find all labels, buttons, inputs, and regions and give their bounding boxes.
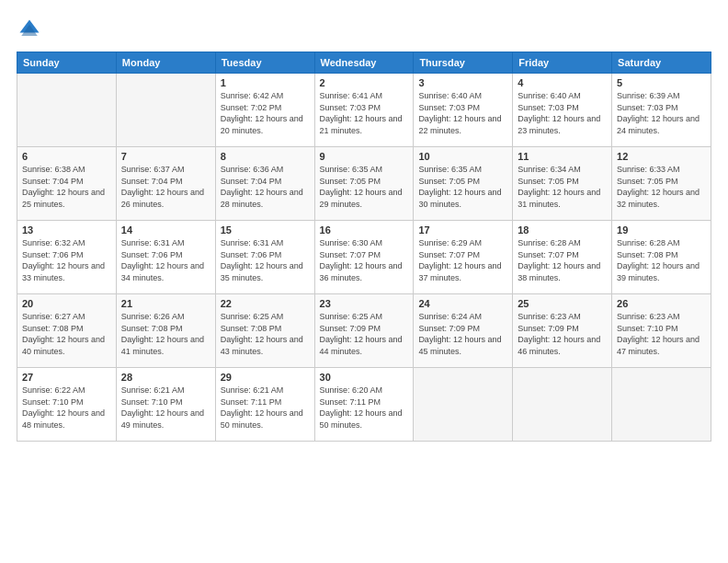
day-info: Sunrise: 6:23 AMSunset: 7:10 PMDaylight:… bbox=[617, 311, 706, 357]
day-info: Sunrise: 6:26 AMSunset: 7:08 PMDaylight:… bbox=[121, 311, 210, 357]
day-info: Sunrise: 6:41 AMSunset: 7:03 PMDaylight:… bbox=[320, 90, 409, 136]
day-cell: 1Sunrise: 6:42 AMSunset: 7:02 PMDaylight… bbox=[215, 74, 314, 147]
day-number: 2 bbox=[320, 77, 409, 88]
day-number: 24 bbox=[418, 298, 507, 309]
day-info: Sunrise: 6:34 AMSunset: 7:05 PMDaylight:… bbox=[518, 164, 607, 210]
day-cell: 2Sunrise: 6:41 AMSunset: 7:03 PMDaylight… bbox=[314, 74, 414, 147]
day-cell: 19Sunrise: 6:28 AMSunset: 7:08 PMDayligh… bbox=[612, 221, 711, 294]
day-cell: 8Sunrise: 6:36 AMSunset: 7:04 PMDaylight… bbox=[215, 147, 314, 221]
day-number: 27 bbox=[22, 372, 111, 383]
day-number: 19 bbox=[617, 224, 706, 236]
day-number: 29 bbox=[221, 372, 310, 383]
day-cell: 28Sunrise: 6:21 AMSunset: 7:10 PMDayligh… bbox=[116, 368, 215, 442]
day-cell: 13Sunrise: 6:32 AMSunset: 7:06 PMDayligh… bbox=[17, 221, 117, 294]
day-info: Sunrise: 6:40 AMSunset: 7:03 PMDaylight:… bbox=[418, 90, 507, 136]
week-row-2: 13Sunrise: 6:32 AMSunset: 7:06 PMDayligh… bbox=[17, 221, 711, 294]
day-info: Sunrise: 6:36 AMSunset: 7:04 PMDaylight:… bbox=[221, 164, 310, 210]
day-cell: 22Sunrise: 6:25 AMSunset: 7:08 PMDayligh… bbox=[215, 294, 314, 368]
week-row-3: 20Sunrise: 6:27 AMSunset: 7:08 PMDayligh… bbox=[17, 294, 711, 368]
day-cell: 10Sunrise: 6:35 AMSunset: 7:05 PMDayligh… bbox=[414, 147, 513, 221]
day-number: 20 bbox=[22, 298, 111, 309]
day-number: 30 bbox=[320, 372, 409, 383]
day-info: Sunrise: 6:28 AMSunset: 7:08 PMDaylight:… bbox=[617, 237, 706, 283]
day-cell: 30Sunrise: 6:20 AMSunset: 7:11 PMDayligh… bbox=[314, 368, 414, 442]
day-number: 13 bbox=[22, 224, 111, 236]
day-number: 22 bbox=[221, 298, 310, 309]
day-info: Sunrise: 6:37 AMSunset: 7:04 PMDaylight:… bbox=[121, 164, 210, 210]
day-info: Sunrise: 6:32 AMSunset: 7:06 PMDaylight:… bbox=[22, 237, 111, 283]
week-row-0: 1Sunrise: 6:42 AMSunset: 7:02 PMDaylight… bbox=[17, 74, 711, 147]
day-info: Sunrise: 6:39 AMSunset: 7:03 PMDaylight:… bbox=[617, 90, 706, 136]
day-info: Sunrise: 6:31 AMSunset: 7:06 PMDaylight:… bbox=[221, 237, 310, 283]
day-cell: 25Sunrise: 6:23 AMSunset: 7:09 PMDayligh… bbox=[513, 294, 612, 368]
weekday-row: SundayMondayTuesdayWednesdayThursdayFrid… bbox=[17, 52, 711, 74]
weekday-header-saturday: Saturday bbox=[612, 52, 711, 74]
day-info: Sunrise: 6:33 AMSunset: 7:05 PMDaylight:… bbox=[617, 164, 706, 210]
day-number: 8 bbox=[221, 151, 310, 162]
day-number: 10 bbox=[418, 151, 507, 162]
day-info: Sunrise: 6:35 AMSunset: 7:05 PMDaylight:… bbox=[418, 164, 507, 210]
day-cell: 16Sunrise: 6:30 AMSunset: 7:07 PMDayligh… bbox=[314, 221, 414, 294]
weekday-header-tuesday: Tuesday bbox=[215, 52, 314, 74]
weekday-header-friday: Friday bbox=[513, 52, 612, 74]
day-number: 12 bbox=[617, 151, 706, 162]
day-info: Sunrise: 6:21 AMSunset: 7:10 PMDaylight:… bbox=[121, 385, 210, 431]
day-info: Sunrise: 6:31 AMSunset: 7:06 PMDaylight:… bbox=[121, 237, 210, 283]
calendar-body: 1Sunrise: 6:42 AMSunset: 7:02 PMDaylight… bbox=[17, 74, 711, 442]
day-number: 5 bbox=[617, 77, 706, 88]
weekday-header-wednesday: Wednesday bbox=[314, 52, 414, 74]
page: SundayMondayTuesdayWednesdayThursdayFrid… bbox=[0, 0, 728, 563]
day-cell bbox=[612, 368, 711, 442]
day-number: 15 bbox=[221, 224, 310, 236]
day-cell: 5Sunrise: 6:39 AMSunset: 7:03 PMDaylight… bbox=[612, 74, 711, 147]
header bbox=[17, 17, 711, 42]
day-number: 1 bbox=[221, 77, 310, 88]
day-number: 4 bbox=[518, 77, 607, 88]
logo bbox=[17, 17, 46, 42]
day-info: Sunrise: 6:25 AMSunset: 7:09 PMDaylight:… bbox=[320, 311, 409, 357]
day-cell: 23Sunrise: 6:25 AMSunset: 7:09 PMDayligh… bbox=[314, 294, 414, 368]
day-cell: 21Sunrise: 6:26 AMSunset: 7:08 PMDayligh… bbox=[116, 294, 215, 368]
day-cell: 14Sunrise: 6:31 AMSunset: 7:06 PMDayligh… bbox=[116, 221, 215, 294]
week-row-1: 6Sunrise: 6:38 AMSunset: 7:04 PMDaylight… bbox=[17, 147, 711, 221]
day-cell: 6Sunrise: 6:38 AMSunset: 7:04 PMDaylight… bbox=[17, 147, 117, 221]
day-info: Sunrise: 6:40 AMSunset: 7:03 PMDaylight:… bbox=[518, 90, 607, 136]
day-number: 14 bbox=[121, 224, 210, 236]
day-number: 17 bbox=[418, 224, 507, 236]
day-info: Sunrise: 6:23 AMSunset: 7:09 PMDaylight:… bbox=[518, 311, 607, 357]
day-number: 9 bbox=[320, 151, 409, 162]
day-info: Sunrise: 6:30 AMSunset: 7:07 PMDaylight:… bbox=[320, 237, 409, 283]
day-number: 3 bbox=[418, 77, 507, 88]
day-info: Sunrise: 6:21 AMSunset: 7:11 PMDaylight:… bbox=[221, 385, 310, 431]
day-cell: 27Sunrise: 6:22 AMSunset: 7:10 PMDayligh… bbox=[17, 368, 117, 442]
day-number: 23 bbox=[320, 298, 409, 309]
day-number: 11 bbox=[518, 151, 607, 162]
day-number: 21 bbox=[121, 298, 210, 309]
day-info: Sunrise: 6:29 AMSunset: 7:07 PMDaylight:… bbox=[418, 237, 507, 283]
day-cell bbox=[17, 74, 117, 147]
day-info: Sunrise: 6:22 AMSunset: 7:10 PMDaylight:… bbox=[22, 385, 111, 431]
day-info: Sunrise: 6:25 AMSunset: 7:08 PMDaylight:… bbox=[221, 311, 310, 357]
day-number: 25 bbox=[518, 298, 607, 309]
day-number: 26 bbox=[617, 298, 706, 309]
day-cell: 26Sunrise: 6:23 AMSunset: 7:10 PMDayligh… bbox=[612, 294, 711, 368]
week-row-4: 27Sunrise: 6:22 AMSunset: 7:10 PMDayligh… bbox=[17, 368, 711, 442]
day-info: Sunrise: 6:28 AMSunset: 7:07 PMDaylight:… bbox=[518, 237, 607, 283]
day-info: Sunrise: 6:20 AMSunset: 7:11 PMDaylight:… bbox=[320, 385, 409, 431]
calendar-header: SundayMondayTuesdayWednesdayThursdayFrid… bbox=[17, 52, 711, 74]
day-cell: 7Sunrise: 6:37 AMSunset: 7:04 PMDaylight… bbox=[116, 147, 215, 221]
day-number: 7 bbox=[121, 151, 210, 162]
logo-icon bbox=[17, 17, 42, 42]
day-cell: 11Sunrise: 6:34 AMSunset: 7:05 PMDayligh… bbox=[513, 147, 612, 221]
day-info: Sunrise: 6:42 AMSunset: 7:02 PMDaylight:… bbox=[221, 90, 310, 136]
day-info: Sunrise: 6:24 AMSunset: 7:09 PMDaylight:… bbox=[418, 311, 507, 357]
day-cell: 18Sunrise: 6:28 AMSunset: 7:07 PMDayligh… bbox=[513, 221, 612, 294]
day-cell: 12Sunrise: 6:33 AMSunset: 7:05 PMDayligh… bbox=[612, 147, 711, 221]
day-cell bbox=[414, 368, 513, 442]
day-info: Sunrise: 6:35 AMSunset: 7:05 PMDaylight:… bbox=[320, 164, 409, 210]
day-info: Sunrise: 6:38 AMSunset: 7:04 PMDaylight:… bbox=[22, 164, 111, 210]
day-cell: 24Sunrise: 6:24 AMSunset: 7:09 PMDayligh… bbox=[414, 294, 513, 368]
day-number: 16 bbox=[320, 224, 409, 236]
day-number: 28 bbox=[121, 372, 210, 383]
day-info: Sunrise: 6:27 AMSunset: 7:08 PMDaylight:… bbox=[22, 311, 111, 357]
